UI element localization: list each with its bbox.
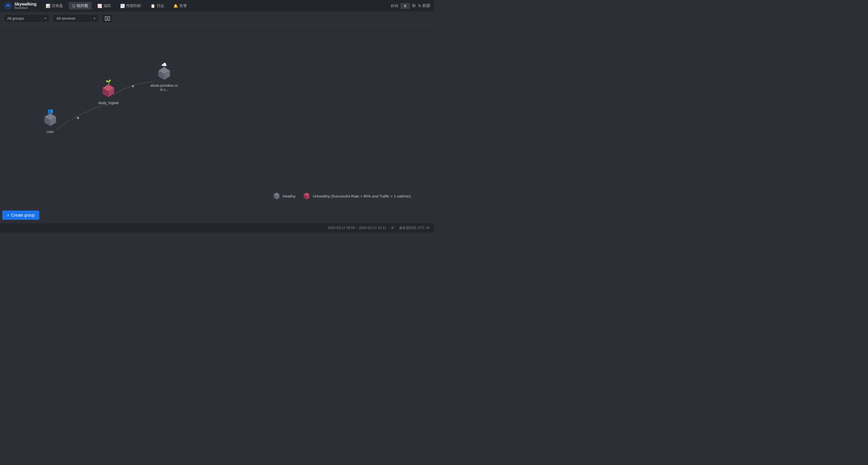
node-study-wrapper: 🌱 (101, 83, 116, 99)
topology-canvas: 👥 User 🌱 (0, 25, 434, 223)
legend-unhealthy: Unhealthy (Successful Rate < 95% and Tra… (303, 192, 411, 200)
svg-rect-2 (105, 17, 107, 21)
logo-text: Skywalking Rocketbot (14, 2, 36, 9)
nav-topology[interactable]: ⬡ 拓扑图 (69, 2, 92, 9)
unhealthy-cube-icon (303, 192, 311, 200)
legend: Healthy Unhealthy (Successful Rate < 95%… (273, 192, 411, 200)
whois-badge-icon: ☁️ (161, 62, 167, 67)
auto-label: 自动 (391, 3, 398, 8)
log-icon: 📋 (151, 4, 155, 8)
footer-right: 2024-03-17 09:56 ~ 2024-03-17 10:11 中 服务… (328, 226, 429, 230)
timezone-label: 服务器时区 UTC +8 (399, 226, 429, 230)
legend-healthy: Healthy (273, 192, 296, 200)
nav-log[interactable]: 📋 日志 (147, 2, 167, 9)
seconds-label: 秒 (412, 3, 416, 8)
footer: 2024-03-17 09:56 ~ 2024-03-17 10:11 中 服务… (0, 223, 434, 233)
study-cube-icon (101, 83, 116, 98)
topology-icon: ⬡ (72, 4, 75, 8)
node-whois-wrapper: ☁️ (157, 66, 172, 82)
logo-icon (3, 1, 13, 10)
edge-midpoint-1 (77, 117, 79, 119)
dashboard-icon: 📊 (45, 4, 50, 8)
nav-performance[interactable]: 📉 性能剖析 (117, 2, 145, 9)
study-badge-icon: 🌱 (105, 79, 111, 85)
nav-dashboard[interactable]: 📊 仪表盘 (42, 2, 66, 9)
edge-user-study (56, 105, 104, 129)
service-select-wrapper: All services ▼ (53, 14, 99, 23)
logo-area: Skywalking Rocketbot (3, 1, 36, 10)
group-select[interactable]: All groups (3, 14, 50, 23)
svg-rect-3 (108, 17, 110, 21)
healthy-cube-icon (273, 192, 281, 200)
logo-sub: Rocketbot (14, 6, 36, 9)
node-user-wrapper: 👥 (43, 112, 58, 128)
toolbar: All groups ▼ All services ▼ (0, 11, 434, 25)
node-whois-label: whois.pconline.com.c... (150, 84, 179, 92)
node-whois[interactable]: ☁️ whois.pconline.com.c... (150, 66, 179, 92)
svg-point-1 (7, 4, 9, 6)
whois-cube-icon (157, 66, 172, 81)
compare-button[interactable] (102, 14, 113, 23)
unhealthy-label: Unhealthy (Successful Rate < 95% and Tra… (313, 194, 411, 198)
user-cube-icon (43, 112, 58, 127)
time-range: 2024-03-17 09:56 ~ 2024-03-17 10:11 (328, 226, 386, 230)
alert-icon: 🔔 (174, 4, 178, 8)
trace-icon: 📈 (97, 4, 102, 8)
healthy-label: Healthy (283, 194, 296, 198)
refresh-button[interactable]: ↻ 刷新 (418, 3, 431, 8)
node-user[interactable]: 👥 User (43, 112, 58, 134)
node-user-label: User (46, 130, 54, 134)
header: Skywalking Rocketbot 📊 仪表盘 ⬡ 拓扑图 📈 追踪 📉 … (0, 0, 434, 11)
performance-icon: 📉 (120, 4, 125, 8)
node-study-label: study_logbak (98, 101, 119, 105)
group-select-wrapper: All groups ▼ (3, 14, 50, 23)
edge-study-whois (114, 82, 153, 95)
header-right: 自动 秒 ↻ 刷新 (391, 3, 431, 9)
create-group-label: Create group (11, 213, 35, 217)
node-study-logbak[interactable]: 🌱 study_logbak (98, 83, 119, 105)
refresh-interval-input[interactable] (401, 3, 410, 9)
refresh-icon: ↻ (418, 3, 422, 8)
logo-name: Skywalking (14, 2, 36, 6)
create-group-button[interactable]: + Create group (2, 210, 39, 220)
compare-icon (105, 16, 110, 21)
nav-alert[interactable]: 🔔 告警 (170, 2, 190, 9)
nav-trace[interactable]: 📈 追踪 (94, 2, 115, 9)
service-select[interactable]: All services (53, 14, 99, 23)
language-label: 中 (391, 226, 395, 230)
create-group-icon: + (7, 213, 9, 217)
user-badge-icon: 👥 (48, 108, 53, 114)
edge-midpoint-2 (132, 85, 134, 87)
